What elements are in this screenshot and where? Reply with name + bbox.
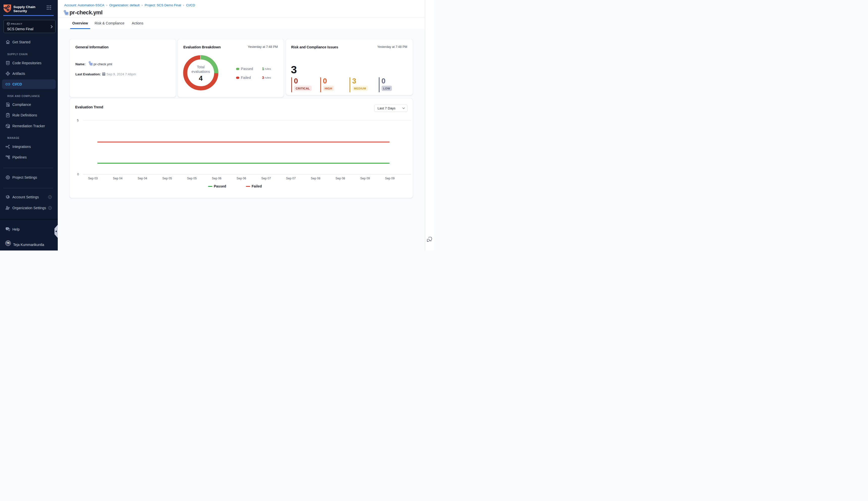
svg-text:evaluations: evaluations [191,70,210,74]
svg-text:4: 4 [199,75,202,82]
svg-text:?: ? [7,227,8,230]
svg-text:Total: Total [197,65,205,69]
